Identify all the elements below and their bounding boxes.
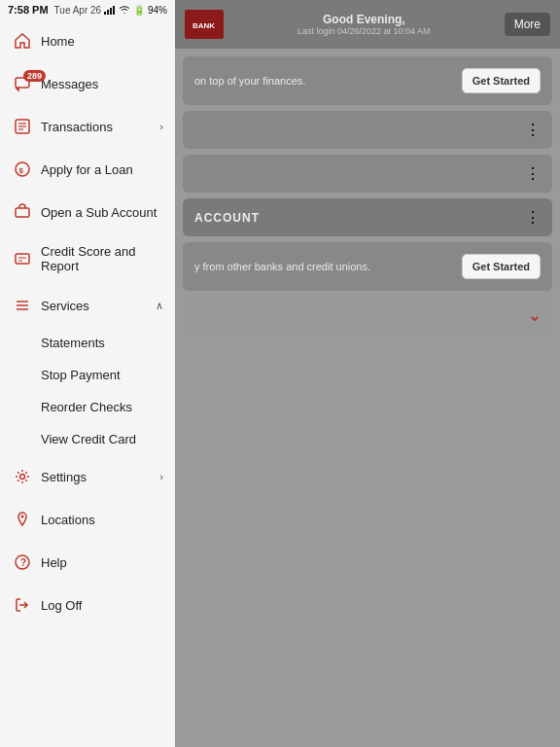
collapse-chevron-icon: ⌄ bbox=[528, 306, 541, 325]
header-greeting: Good Evening, Last login 04/26/2022 at 1… bbox=[224, 13, 505, 36]
checking-label: ACCOUNT bbox=[194, 211, 260, 225]
sidebar-item-sub-account[interactable]: Open a Sub Account bbox=[0, 191, 175, 233]
home-label: Home bbox=[41, 34, 163, 49]
settings-chevron: › bbox=[159, 471, 163, 482]
status-time: 7:58 PM bbox=[8, 4, 49, 16]
credit-score-icon bbox=[12, 248, 33, 269]
svg-rect-0 bbox=[104, 12, 106, 15]
sidebar-subitem-reorder-checks[interactable]: Reorder Checks bbox=[0, 391, 175, 423]
statements-label: Statements bbox=[41, 336, 105, 350]
status-icons: 🔋 94% bbox=[104, 5, 167, 16]
signal-icon bbox=[104, 5, 116, 15]
sidebar-item-transactions[interactable]: Transactions › bbox=[0, 105, 175, 148]
services-label: Services bbox=[41, 299, 156, 313]
status-day: Tue Apr 26 bbox=[54, 5, 102, 16]
services-chevron: ∧ bbox=[156, 300, 163, 312]
loan-icon: $ bbox=[12, 159, 33, 180]
sidebar: Home 289 Messages Transactions › bbox=[0, 0, 175, 747]
sidebar-item-services[interactable]: Services ∧ bbox=[0, 284, 175, 327]
reorder-checks-label: Reorder Checks bbox=[41, 400, 132, 414]
sidebar-item-messages[interactable]: 289 Messages bbox=[0, 62, 175, 105]
sidebar-item-credit-score[interactable]: Credit Score and Report bbox=[0, 233, 175, 284]
svg-text:$: $ bbox=[19, 166, 24, 175]
svg-rect-11 bbox=[16, 208, 29, 217]
svg-point-19 bbox=[21, 516, 24, 518]
small-card-1: ⋮ bbox=[183, 111, 552, 149]
main-content: BANK Good Evening, Last login 04/26/2022… bbox=[175, 0, 560, 747]
get-started-button-2[interactable]: Get Started bbox=[462, 254, 541, 279]
locations-label: Locations bbox=[41, 513, 163, 527]
bank-logo: BANK bbox=[185, 10, 224, 39]
transactions-icon bbox=[12, 116, 33, 137]
svg-text:?: ? bbox=[20, 557, 26, 568]
more-button[interactable]: More bbox=[505, 13, 550, 36]
card-dots-2: ⋮ bbox=[525, 164, 541, 183]
locations-icon bbox=[12, 509, 33, 530]
battery-icon: 🔋 bbox=[133, 5, 145, 16]
apply-loan-label: Apply for a Loan bbox=[41, 162, 163, 177]
sidebar-item-help[interactable]: ? Help bbox=[0, 541, 175, 584]
sidebar-item-home[interactable]: Home bbox=[0, 19, 175, 62]
greeting-text: Good Evening, bbox=[229, 13, 499, 26]
sidebar-item-apply-loan[interactable]: $ Apply for a Loan bbox=[0, 148, 175, 191]
home-icon bbox=[12, 30, 33, 52]
sidebar-item-log-off[interactable]: Log Off bbox=[0, 584, 175, 626]
stop-payment-label: Stop Payment bbox=[41, 368, 121, 382]
banner-text: on top of your finances. bbox=[194, 75, 462, 87]
collapse-row[interactable]: ⌄ bbox=[183, 297, 552, 335]
help-icon: ? bbox=[12, 551, 33, 573]
account-dots: ⋮ bbox=[525, 208, 541, 227]
transactions-chevron: › bbox=[159, 121, 163, 132]
wifi-icon bbox=[119, 5, 130, 15]
main-header: BANK Good Evening, Last login 04/26/2022… bbox=[175, 0, 560, 49]
svg-text:BANK: BANK bbox=[192, 21, 215, 30]
log-off-icon bbox=[12, 594, 33, 616]
last-login-text: Last login 04/26/2022 at 10:04 AM bbox=[229, 26, 499, 36]
status-bar: 7:58 PM Tue Apr 26 🔋 94% bbox=[0, 0, 175, 19]
battery-percent: 94% bbox=[148, 5, 167, 16]
sidebar-item-settings[interactable]: Settings › bbox=[0, 455, 175, 498]
sub-account-icon bbox=[12, 201, 33, 223]
messages-badge: 289 bbox=[23, 70, 46, 82]
banner-card: on top of your finances. Get Started bbox=[183, 56, 552, 105]
transactions-label: Transactions bbox=[41, 120, 159, 134]
svg-rect-1 bbox=[107, 10, 109, 15]
checking-account-section: ACCOUNT ⋮ bbox=[183, 198, 552, 236]
settings-icon bbox=[12, 466, 33, 487]
svg-rect-12 bbox=[16, 254, 29, 264]
get-started-button-1[interactable]: Get Started bbox=[462, 68, 541, 93]
credit-score-label: Credit Score and Report bbox=[41, 244, 163, 273]
svg-rect-2 bbox=[110, 8, 112, 15]
view-credit-card-label: View Credit Card bbox=[41, 432, 136, 446]
log-off-label: Log Off bbox=[41, 598, 163, 613]
sidebar-item-locations[interactable]: Locations bbox=[0, 498, 175, 541]
sub-account-label: Open a Sub Account bbox=[41, 205, 163, 220]
svg-rect-3 bbox=[113, 6, 115, 15]
sidebar-subitem-stop-payment[interactable]: Stop Payment bbox=[0, 359, 175, 391]
small-card-2: ⋮ bbox=[183, 155, 552, 193]
svg-point-18 bbox=[20, 475, 25, 480]
services-icon bbox=[12, 295, 33, 316]
settings-label: Settings bbox=[41, 470, 159, 484]
sidebar-subitem-statements[interactable]: Statements bbox=[0, 327, 175, 359]
sidebar-subitem-view-credit-card[interactable]: View Credit Card bbox=[0, 423, 175, 455]
transfer-text: y from other banks and credit unions. bbox=[194, 261, 462, 272]
cards-area: on top of your finances. Get Started ⋮ ⋮… bbox=[175, 49, 560, 342]
transfer-card: y from other banks and credit unions. Ge… bbox=[183, 242, 552, 291]
card-dots-1: ⋮ bbox=[525, 121, 541, 139]
messages-label: Messages bbox=[41, 77, 163, 91]
help-label: Help bbox=[41, 555, 163, 570]
